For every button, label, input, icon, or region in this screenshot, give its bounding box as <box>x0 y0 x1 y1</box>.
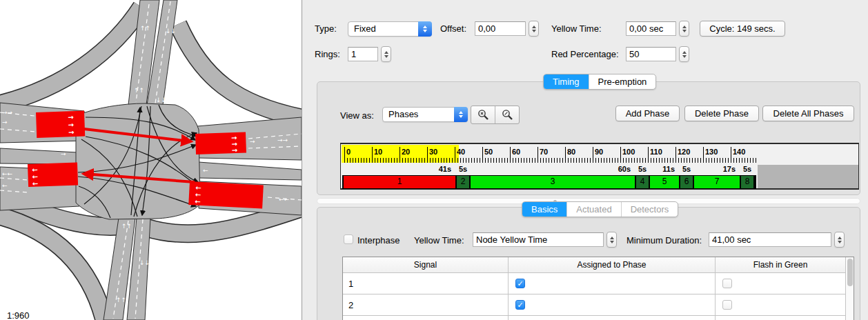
ruler-tick-label: 0 <box>346 148 351 156</box>
phase-segment-6[interactable]: 6 <box>680 176 693 188</box>
sub-tabs: Basics Actuated Detectors <box>522 201 678 217</box>
type-select-value: Fixed <box>354 23 376 34</box>
main-tabs: Timing Pre-emption <box>543 74 656 90</box>
magnifier-icon <box>502 109 513 121</box>
svg-text:→: → <box>232 146 238 154</box>
phase-segment-5[interactable]: 5 <box>649 176 680 188</box>
min-duration-stepper[interactable] <box>834 232 845 248</box>
ruler-major-tick <box>703 147 704 163</box>
ruler-major-tick <box>510 147 511 163</box>
phase-segment-8[interactable]: 8 <box>740 176 754 188</box>
svg-text:←: ← <box>32 179 39 187</box>
table-row[interactable]: 1✓ <box>343 273 854 294</box>
phase-duration-label: 11s <box>662 165 675 173</box>
assigned-checkbox[interactable]: ✓ <box>515 279 525 288</box>
svg-text:→: → <box>68 113 74 121</box>
ruler-tick-label: 10 <box>374 148 382 156</box>
zoom-out-button[interactable] <box>471 106 495 123</box>
phase-segment-4[interactable]: 4 <box>635 176 649 188</box>
assigned-checkbox[interactable]: ✓ <box>515 300 525 310</box>
map-scale-label: 1:960 <box>7 310 30 320</box>
flash-checkbox-cell <box>716 316 845 320</box>
signal-bar-west-upper[interactable]: →→→ <box>36 111 85 138</box>
red-percentage-label: Red Percentage: <box>551 49 619 59</box>
signal-bar-west-lower[interactable]: ←←← <box>28 162 78 187</box>
ruler-major-tick <box>455 147 455 163</box>
column-header-assigned: Assigned to Phase <box>509 257 716 272</box>
phase-timeline[interactable]: 0102030405060708090100110120130140 41s5s… <box>340 143 859 190</box>
ruler-tick-label: 80 <box>567 148 575 156</box>
ruler-major-tick <box>427 147 428 163</box>
ruler-tick-label: 90 <box>595 148 603 156</box>
yellow-time-stepper[interactable] <box>679 21 689 37</box>
signal-table-header: Signal Assigned to Phase Flash in Green <box>343 257 854 273</box>
phase-bar: 12345678 <box>342 175 756 189</box>
phase-duration-label: 5s <box>459 165 467 173</box>
ruler-major-tick <box>400 147 400 163</box>
ruler-tick-label: 110 <box>650 148 662 156</box>
phase-duration-label: 5s <box>743 165 751 173</box>
phase-yellow-time-stepper[interactable] <box>606 232 617 248</box>
network-map[interactable]: →→→ →→→ ←←← ←←← ↑↑↓↓ ↑↑↓↓ →→→ → ←←← <box>0 0 302 320</box>
flash-checkbox[interactable] <box>722 279 732 288</box>
ruler-major-tick <box>648 147 649 163</box>
yellow-time-label: Yellow Time: <box>551 23 602 34</box>
signal-bar-east-upper[interactable]: →→→ <box>195 132 246 155</box>
interphase-label: Interphase <box>357 235 400 246</box>
offset-input[interactable] <box>475 21 526 36</box>
view-as-select[interactable]: Phases <box>382 107 468 122</box>
signal-bar-east-lower[interactable]: ←←← <box>188 181 264 209</box>
phase-segment-1[interactable]: 1 <box>343 176 456 188</box>
tab-detectors[interactable]: Detectors <box>621 202 678 217</box>
tab-actuated[interactable]: Actuated <box>566 202 620 217</box>
popup-arrows-icon <box>454 107 468 122</box>
assigned-checkbox-cell <box>509 316 716 320</box>
tab-preemption[interactable]: Pre-emption <box>589 74 656 89</box>
ruler-tick-label: 100 <box>622 148 635 156</box>
phase-yellow-time-input[interactable] <box>473 232 604 247</box>
ruler-tick-label: 60 <box>512 148 520 156</box>
view-as-label: View as: <box>340 110 374 121</box>
red-percentage-stepper[interactable] <box>679 46 689 62</box>
offset-stepper[interactable] <box>529 21 539 37</box>
min-duration-input[interactable] <box>709 232 831 247</box>
signal-table-body: 1✓2✓3 <box>343 273 854 320</box>
phase-segment-2[interactable]: 2 <box>456 176 470 188</box>
delete-phase-button[interactable]: Delete Phase <box>684 106 759 121</box>
table-row[interactable]: 3 <box>343 316 854 320</box>
rings-label: Rings: <box>315 49 340 59</box>
ruler-major-tick <box>537 147 538 163</box>
min-duration-label: Minimum Duration: <box>627 235 702 246</box>
flash-checkbox[interactable] <box>722 300 732 310</box>
rings-input[interactable] <box>348 47 378 61</box>
table-row[interactable]: 2✓ <box>343 294 854 316</box>
svg-text:↓↓: ↓↓ <box>166 28 176 34</box>
svg-text:←←: ←← <box>279 196 290 203</box>
rings-stepper[interactable] <box>381 46 391 62</box>
phase-segment-3[interactable]: 3 <box>470 176 635 188</box>
svg-text:→: → <box>2 119 8 126</box>
ruler-tick-label: 130 <box>705 148 718 156</box>
interphase-checkbox[interactable] <box>344 234 353 244</box>
table-scrollbar[interactable] <box>845 257 854 320</box>
tab-timing[interactable]: Timing <box>544 74 589 89</box>
signal-table: Signal Assigned to Phase Flash in Green … <box>342 257 854 320</box>
red-percentage-input[interactable] <box>626 47 676 61</box>
scrollbar-thumb[interactable] <box>847 259 853 286</box>
svg-text:→: → <box>250 138 255 145</box>
phase-duration-label: 60s <box>618 165 631 173</box>
cycle-button[interactable]: Cycle: 149 secs. <box>700 21 785 37</box>
svg-text:←←: ←← <box>2 170 13 177</box>
type-select[interactable]: Fixed <box>348 21 432 37</box>
yellow-time-input[interactable] <box>626 21 676 36</box>
tab-basics[interactable]: Basics <box>522 202 566 217</box>
delete-all-phases-button[interactable]: Delete All Phases <box>762 106 854 121</box>
svg-text:↑↑: ↑↑ <box>134 87 144 94</box>
flash-checkbox-cell <box>716 273 845 294</box>
phase-segment-7[interactable]: 7 <box>693 176 740 188</box>
zoom-in-button[interactable] <box>495 106 519 123</box>
flash-checkbox-cell <box>716 294 845 315</box>
ruler-tick-label: 50 <box>484 148 493 156</box>
ruler-tick-label: 40 <box>457 148 465 156</box>
add-phase-button[interactable]: Add Phase <box>615 106 680 121</box>
